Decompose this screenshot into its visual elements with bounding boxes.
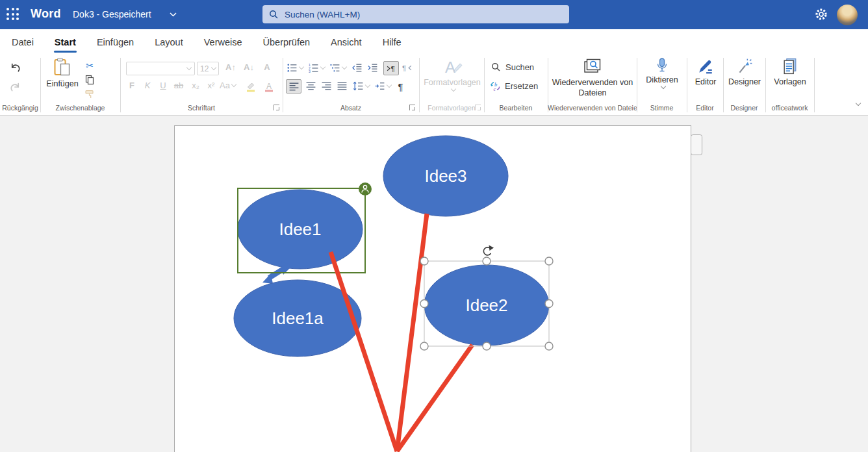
group-label-officeatwork: officeatwork [765, 104, 814, 112]
paste-button[interactable]: Einfügen [45, 58, 79, 88]
group-label-reuse: Wiederverwenden von Dateien [548, 104, 637, 112]
format-painter-button[interactable] [83, 88, 97, 101]
paragraph-indent-icon [374, 81, 385, 92]
highlight-color-button[interactable] [244, 80, 257, 93]
font-color-icon: A [264, 81, 274, 92]
resize-handle-nw[interactable] [420, 257, 428, 265]
underline-button[interactable]: U [156, 81, 170, 90]
app-launcher-waffle-icon[interactable] [6, 7, 21, 22]
align-right-button[interactable] [321, 81, 332, 92]
tab-einfuegen[interactable]: Einfügen [86, 29, 144, 55]
multilevel-list-button[interactable] [329, 62, 346, 73]
resize-handle-ne[interactable] [545, 257, 553, 265]
copy-button[interactable] [83, 73, 97, 86]
template-document-icon [782, 58, 798, 75]
group-label-editor: Editor [687, 104, 723, 112]
shape-label-idee3: Idee3 [424, 166, 466, 186]
tab-hilfe[interactable]: Hilfe [372, 29, 412, 55]
replace-button[interactable]: b c Ersetzen [490, 81, 538, 92]
search-icon [491, 62, 501, 72]
cut-button[interactable]: ✂ [83, 59, 97, 72]
change-case-button[interactable]: Aa [220, 81, 236, 90]
justify-button[interactable] [337, 81, 348, 92]
indent-icon [367, 62, 378, 73]
resize-handle-se[interactable] [545, 342, 553, 350]
decrease-indent-button[interactable] [351, 62, 363, 73]
styles-gallery-button[interactable]: A Formatvorlagen [423, 58, 481, 91]
reuse-files-icon [583, 58, 602, 75]
numbered-list-icon: 123 [308, 62, 319, 73]
dictate-button[interactable]: Diktieren [639, 58, 685, 88]
group-label-voice: Stimme [637, 104, 687, 112]
document-title[interactable]: Dok3 - Gespeichert [73, 9, 177, 19]
user-avatar[interactable] [837, 5, 858, 25]
bullet-list-icon [287, 62, 298, 73]
font-color-button[interactable]: A [262, 80, 275, 93]
italic-button[interactable]: K [140, 81, 155, 90]
chevron-down-icon [299, 64, 304, 69]
editor-button[interactable]: Editor [689, 58, 722, 86]
group-label-undo: Rückgängig [0, 104, 40, 112]
paragraph-dialog-launcher-icon[interactable] [409, 105, 415, 110]
reuse-files-button[interactable]: Wiederverwenden von Dateien [551, 58, 634, 99]
show-paragraph-marks-button[interactable]: ¶ [395, 79, 408, 94]
svg-text:3: 3 [309, 69, 311, 73]
templates-button[interactable]: Vorlagen [767, 58, 813, 86]
svg-text:A: A [266, 81, 272, 90]
document-canvas: Idee1 Idee1a Idee2 Idee3 [0, 116, 868, 452]
styles-dialog-launcher-icon[interactable] [475, 105, 481, 110]
subscript-button[interactable]: x₂ [188, 81, 203, 90]
collapse-ribbon-button[interactable] [852, 98, 864, 108]
undo-icon [9, 62, 21, 74]
increase-indent-button[interactable] [367, 62, 378, 73]
magic-wand-icon [736, 58, 753, 75]
tab-datei[interactable]: Datei [1, 29, 44, 55]
align-right-icon [321, 81, 332, 92]
numbering-button[interactable]: 123 [308, 62, 325, 73]
rtl-paragraph-button[interactable]: ¶ [402, 62, 413, 73]
ltr-paragraph-button[interactable]: ¶ [383, 61, 399, 75]
undo-button[interactable] [5, 59, 25, 76]
align-center-button[interactable] [305, 81, 316, 92]
grow-font-button[interactable]: A↑ [223, 62, 238, 72]
line-spacing-button[interactable] [353, 81, 370, 92]
font-family-select[interactable] [126, 62, 195, 75]
paragraph-indent-button[interactable] [374, 81, 391, 92]
chevron-down-icon [365, 82, 370, 88]
tab-layout[interactable]: Layout [144, 29, 194, 55]
group-label-clipboard: Zwischenablage [40, 104, 120, 112]
redo-button[interactable] [5, 79, 25, 95]
font-dialog-launcher-icon[interactable] [274, 105, 279, 110]
strikethrough-button[interactable]: ab [172, 81, 186, 90]
chevron-down-icon [211, 65, 216, 70]
resize-handle-w[interactable] [420, 300, 428, 308]
tab-ueberpruefen[interactable]: Überprüfen [253, 29, 321, 55]
line-spacing-icon [353, 81, 364, 92]
clear-formatting-button[interactable]: A [260, 62, 274, 72]
superscript-button[interactable]: x² [204, 81, 218, 90]
align-left-button[interactable] [286, 79, 301, 94]
chevron-down-icon [856, 101, 861, 106]
tab-verweise[interactable]: Verweise [194, 29, 253, 55]
resize-handle-sw[interactable] [420, 342, 428, 350]
align-center-icon [305, 81, 316, 92]
svg-text:A: A [445, 58, 455, 76]
bullets-button[interactable] [287, 62, 303, 73]
resize-handle-n[interactable] [483, 257, 491, 265]
page-margin-tab[interactable] [691, 135, 702, 155]
resize-handle-s[interactable] [483, 342, 491, 350]
tab-ansicht[interactable]: Ansicht [320, 29, 372, 55]
font-size-select[interactable]: 12 [197, 62, 219, 75]
bold-button[interactable]: F [125, 81, 139, 90]
designer-button[interactable]: Designer [725, 58, 764, 86]
justify-icon [337, 81, 348, 92]
tab-start[interactable]: Start [44, 29, 86, 55]
group-label-paragraph: Absatz [283, 104, 419, 112]
find-button[interactable]: Suchen [491, 62, 534, 72]
group-label-editing: Bearbeiten [484, 104, 548, 112]
settings-gear-icon[interactable] [813, 7, 829, 23]
shrink-font-button[interactable]: A↓ [242, 62, 256, 72]
resize-handle-e[interactable] [545, 300, 553, 308]
search-bar[interactable] [262, 5, 569, 23]
search-input[interactable] [285, 10, 563, 19]
